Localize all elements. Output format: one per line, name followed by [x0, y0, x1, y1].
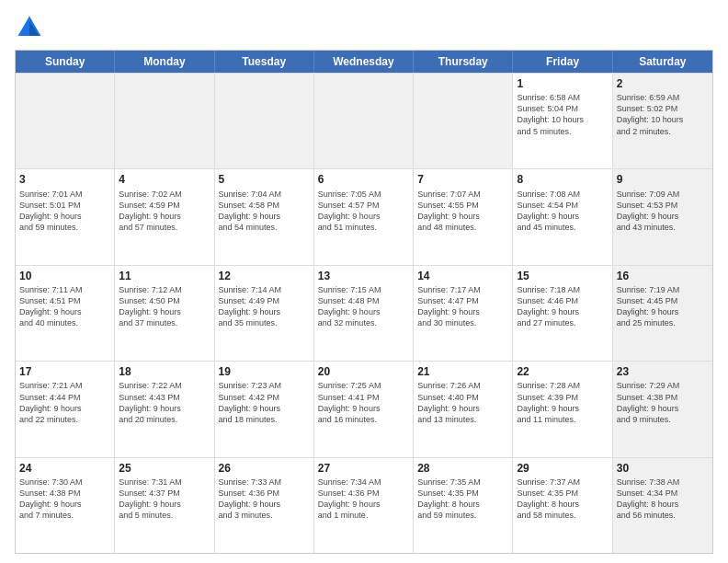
day-number: 18: [119, 364, 210, 379]
day-info: Sunrise: 7:25 AM Sunset: 4:41 PM Dayligh…: [318, 380, 409, 425]
day-info: Sunrise: 7:08 AM Sunset: 4:54 PM Dayligh…: [517, 189, 608, 234]
day-cell-6: 6Sunrise: 7:05 AM Sunset: 4:57 PM Daylig…: [314, 169, 414, 264]
day-number: 5: [219, 172, 310, 187]
day-number: 21: [417, 364, 508, 379]
day-number: 11: [119, 269, 210, 283]
empty-cell: [215, 74, 314, 168]
day-cell-18: 18Sunrise: 7:22 AM Sunset: 4:43 PM Dayli…: [115, 362, 214, 456]
day-number: 29: [517, 461, 608, 476]
day-number: 3: [19, 172, 110, 187]
calendar: SundayMondayTuesdayWednesdayThursdayFrid…: [15, 50, 713, 554]
day-number: 6: [318, 172, 409, 187]
day-info: Sunrise: 7:18 AM Sunset: 4:46 PM Dayligh…: [517, 284, 608, 329]
empty-cell: [115, 74, 214, 168]
day-cell-4: 4Sunrise: 7:02 AM Sunset: 4:59 PM Daylig…: [115, 169, 214, 264]
day-info: Sunrise: 7:05 AM Sunset: 4:57 PM Dayligh…: [318, 189, 409, 234]
day-cell-19: 19Sunrise: 7:23 AM Sunset: 4:42 PM Dayli…: [215, 362, 314, 456]
day-number: 25: [119, 461, 210, 476]
day-cell-21: 21Sunrise: 7:26 AM Sunset: 4:40 PM Dayli…: [414, 362, 513, 456]
header: [15, 13, 713, 42]
day-info: Sunrise: 7:33 AM Sunset: 4:36 PM Dayligh…: [219, 477, 310, 522]
day-cell-23: 23Sunrise: 7:29 AM Sunset: 4:38 PM Dayli…: [613, 362, 712, 456]
day-number: 16: [617, 269, 709, 283]
empty-cell: [414, 74, 513, 168]
day-cell-1: 1Sunrise: 6:58 AM Sunset: 5:04 PM Daylig…: [513, 74, 612, 168]
day-cell-20: 20Sunrise: 7:25 AM Sunset: 4:41 PM Dayli…: [314, 362, 414, 456]
day-info: Sunrise: 7:12 AM Sunset: 4:50 PM Dayligh…: [119, 284, 210, 329]
day-number: 20: [318, 364, 409, 379]
page: SundayMondayTuesdayWednesdayThursdayFrid…: [0, 0, 728, 563]
day-info: Sunrise: 7:01 AM Sunset: 5:01 PM Dayligh…: [19, 189, 110, 234]
day-info: Sunrise: 7:11 AM Sunset: 4:51 PM Dayligh…: [19, 284, 110, 329]
day-info: Sunrise: 7:30 AM Sunset: 4:38 PM Dayligh…: [19, 477, 110, 522]
day-number: 4: [119, 172, 210, 187]
week-row-5: 24Sunrise: 7:30 AM Sunset: 4:38 PM Dayli…: [16, 457, 712, 553]
day-info: Sunrise: 7:02 AM Sunset: 4:59 PM Dayligh…: [119, 189, 210, 234]
day-cell-15: 15Sunrise: 7:18 AM Sunset: 4:46 PM Dayli…: [513, 266, 612, 361]
day-info: Sunrise: 7:23 AM Sunset: 4:42 PM Dayligh…: [219, 380, 310, 425]
svg-marker-1: [29, 21, 40, 36]
header-day-tuesday: Tuesday: [215, 51, 314, 73]
day-number: 24: [19, 461, 110, 476]
day-cell-14: 14Sunrise: 7:17 AM Sunset: 4:47 PM Dayli…: [414, 266, 513, 361]
day-cell-12: 12Sunrise: 7:14 AM Sunset: 4:49 PM Dayli…: [215, 266, 314, 361]
day-number: 7: [417, 172, 508, 187]
week-row-3: 10Sunrise: 7:11 AM Sunset: 4:51 PM Dayli…: [16, 265, 712, 361]
day-cell-26: 26Sunrise: 7:33 AM Sunset: 4:36 PM Dayli…: [215, 458, 314, 553]
day-info: Sunrise: 7:14 AM Sunset: 4:49 PM Dayligh…: [219, 284, 310, 329]
day-number: 2: [617, 76, 709, 91]
day-info: Sunrise: 7:26 AM Sunset: 4:40 PM Dayligh…: [417, 380, 508, 425]
day-info: Sunrise: 7:21 AM Sunset: 4:44 PM Dayligh…: [19, 380, 110, 425]
week-row-2: 3Sunrise: 7:01 AM Sunset: 5:01 PM Daylig…: [16, 168, 712, 264]
calendar-body: 1Sunrise: 6:58 AM Sunset: 5:04 PM Daylig…: [16, 73, 712, 553]
header-day-wednesday: Wednesday: [314, 51, 414, 73]
day-cell-13: 13Sunrise: 7:15 AM Sunset: 4:48 PM Dayli…: [314, 266, 414, 361]
day-number: 28: [417, 461, 508, 476]
header-day-friday: Friday: [513, 51, 612, 73]
empty-cell: [16, 74, 115, 168]
header-day-monday: Monday: [115, 51, 214, 73]
day-info: Sunrise: 7:35 AM Sunset: 4:35 PM Dayligh…: [417, 477, 508, 522]
day-info: Sunrise: 7:22 AM Sunset: 4:43 PM Dayligh…: [119, 380, 210, 425]
day-cell-29: 29Sunrise: 7:37 AM Sunset: 4:35 PM Dayli…: [513, 458, 612, 553]
day-info: Sunrise: 7:37 AM Sunset: 4:35 PM Dayligh…: [517, 477, 608, 522]
day-number: 22: [517, 364, 608, 379]
day-cell-24: 24Sunrise: 7:30 AM Sunset: 4:38 PM Dayli…: [16, 458, 115, 553]
calendar-header: SundayMondayTuesdayWednesdayThursdayFrid…: [16, 51, 712, 73]
day-number: 12: [219, 269, 310, 283]
day-cell-9: 9Sunrise: 7:09 AM Sunset: 4:53 PM Daylig…: [613, 169, 712, 264]
day-info: Sunrise: 7:29 AM Sunset: 4:38 PM Dayligh…: [617, 380, 709, 425]
day-cell-2: 2Sunrise: 6:59 AM Sunset: 5:02 PM Daylig…: [613, 74, 712, 168]
day-info: Sunrise: 7:09 AM Sunset: 4:53 PM Dayligh…: [617, 189, 709, 234]
day-number: 1: [517, 76, 608, 91]
day-cell-27: 27Sunrise: 7:34 AM Sunset: 4:36 PM Dayli…: [314, 458, 414, 553]
day-cell-5: 5Sunrise: 7:04 AM Sunset: 4:58 PM Daylig…: [215, 169, 314, 264]
day-number: 30: [617, 461, 709, 476]
logo-icon: [15, 13, 44, 42]
day-cell-7: 7Sunrise: 7:07 AM Sunset: 4:55 PM Daylig…: [414, 169, 513, 264]
day-info: Sunrise: 7:17 AM Sunset: 4:47 PM Dayligh…: [417, 284, 508, 329]
day-cell-30: 30Sunrise: 7:38 AM Sunset: 4:34 PM Dayli…: [613, 458, 712, 553]
logo: [15, 13, 48, 42]
day-number: 26: [219, 461, 310, 476]
day-cell-22: 22Sunrise: 7:28 AM Sunset: 4:39 PM Dayli…: [513, 362, 612, 456]
header-day-saturday: Saturday: [613, 51, 712, 73]
day-cell-28: 28Sunrise: 7:35 AM Sunset: 4:35 PM Dayli…: [414, 458, 513, 553]
day-number: 9: [617, 172, 709, 187]
day-number: 13: [318, 269, 409, 283]
day-number: 23: [617, 364, 709, 379]
day-cell-8: 8Sunrise: 7:08 AM Sunset: 4:54 PM Daylig…: [513, 169, 612, 264]
day-number: 27: [318, 461, 409, 476]
day-info: Sunrise: 6:58 AM Sunset: 5:04 PM Dayligh…: [517, 92, 608, 137]
week-row-1: 1Sunrise: 6:58 AM Sunset: 5:04 PM Daylig…: [16, 73, 712, 168]
day-cell-17: 17Sunrise: 7:21 AM Sunset: 4:44 PM Dayli…: [16, 362, 115, 456]
day-info: Sunrise: 7:31 AM Sunset: 4:37 PM Dayligh…: [119, 477, 210, 522]
day-number: 19: [219, 364, 310, 379]
day-info: Sunrise: 7:38 AM Sunset: 4:34 PM Dayligh…: [617, 477, 709, 522]
day-info: Sunrise: 7:04 AM Sunset: 4:58 PM Dayligh…: [219, 189, 310, 234]
header-day-sunday: Sunday: [16, 51, 115, 73]
day-info: Sunrise: 7:28 AM Sunset: 4:39 PM Dayligh…: [517, 380, 608, 425]
day-number: 17: [19, 364, 110, 379]
day-info: Sunrise: 7:34 AM Sunset: 4:36 PM Dayligh…: [318, 477, 409, 522]
day-number: 14: [417, 269, 508, 283]
